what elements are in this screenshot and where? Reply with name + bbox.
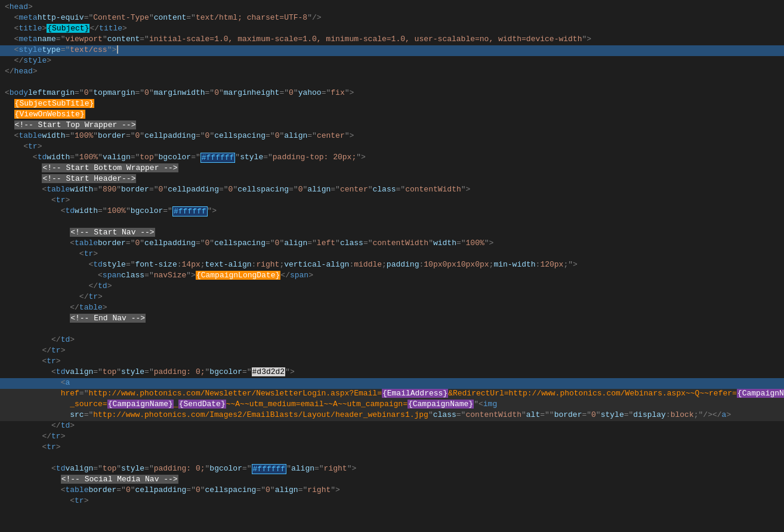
code-line[interactable]: {ViewOnWebsite}	[0, 110, 784, 120]
code-line[interactable]: <meta name="viewport" content="initial-s…	[0, 35, 784, 45]
template-var: {Subject}	[47, 24, 89, 33]
code-line[interactable]: <td width="100%" bgcolor="#ffffff">	[0, 206, 784, 217]
code-line[interactable]: <head>	[0, 2, 784, 13]
code-line-source[interactable]: _source={CampaignName}_{SendDate}~~A~~ut…	[0, 400, 784, 410]
indent	[5, 131, 14, 140]
code-line[interactable]: <td width="100%" valign="top" bgcolor="#…	[0, 153, 784, 163]
indent	[5, 335, 51, 344]
code-line[interactable]: </table>	[0, 303, 784, 314]
indent	[5, 314, 70, 323]
indent	[5, 99, 14, 108]
indent	[5, 271, 98, 280]
indent	[5, 13, 14, 22]
indent	[5, 185, 42, 194]
code-line[interactable]: </tr>	[0, 292, 784, 303]
code-line[interactable]: <body leftmargin="0" topmargin="0" margi…	[0, 88, 784, 99]
template-var-campaign-name3: {CampaignName}	[408, 400, 474, 409]
code-line-blank[interactable]	[0, 78, 784, 88]
code-line[interactable]: <!-- Start Header-->	[0, 174, 784, 185]
indent	[5, 174, 42, 183]
indent	[5, 142, 23, 151]
indent	[5, 153, 33, 162]
code-line-img[interactable]: src="http://www.photonics.com/Images2/Em…	[0, 410, 784, 421]
code-line-href[interactable]: href="http://www.photonics.com/Newslette…	[0, 389, 784, 400]
indent	[5, 56, 14, 65]
code-line[interactable]: </tr>	[0, 432, 784, 443]
code-line-end-nav[interactable]: <!-- End Nav -->	[0, 314, 784, 324]
indent	[5, 260, 88, 269]
template-var-send-date: {SendDate}	[178, 400, 226, 409]
color-ffffff3: #ffffff	[252, 464, 287, 474]
code-line[interactable]: <table width="890" border="0" cellpaddin…	[0, 185, 784, 196]
code-line[interactable]: <td valign="top" style="padding: 0;" bgc…	[0, 367, 784, 378]
code-line[interactable]: </td>	[0, 282, 784, 292]
indent	[5, 475, 61, 484]
color-d3d2d2: #d3d2d2	[252, 367, 286, 376]
indent	[5, 110, 14, 119]
indent	[5, 163, 42, 172]
indent	[5, 400, 70, 409]
cursor	[117, 45, 118, 54]
indent	[5, 443, 42, 451]
indent	[5, 367, 51, 376]
indent	[5, 303, 70, 312]
code-line[interactable]: <span class="navSize">{CampaignLongDate}…	[0, 271, 784, 282]
code-line[interactable]: <table border="0" cellpadding="0" cellsp…	[0, 239, 784, 249]
template-var-subject-subtitle: {SubjectSubTitle}	[14, 99, 95, 108]
code-line[interactable]: </head>	[0, 67, 784, 78]
code-line[interactable]: <td style="font-size: 14px; text-align: …	[0, 260, 784, 271]
code-line[interactable]: <tr>	[0, 196, 784, 206]
code-line[interactable]: </style>	[0, 56, 784, 67]
code-line-blank[interactable]	[0, 217, 784, 228]
code-line[interactable]: <table border="0" cellpadding="0" cellsp…	[0, 485, 784, 496]
color-value-ffffff2: #ffffff	[172, 206, 208, 216]
comment: <!-- Start Top Wrapper -->	[14, 120, 137, 129]
code-line[interactable]: <table width="100%" border="0" cellpaddi…	[0, 131, 784, 142]
code-line[interactable]: <tr>	[0, 142, 784, 153]
indent	[5, 485, 61, 494]
code-editor: <head> <meta http-equiv="Content-Type" c…	[0, 0, 784, 532]
code-line[interactable]: <title>{Subject}</title>	[0, 24, 784, 35]
code-line[interactable]: <tr>	[0, 357, 784, 367]
indent	[5, 24, 14, 33]
code-line[interactable]: <!-- Start Bottom Wrapper -->	[0, 163, 784, 174]
punct: <	[5, 2, 10, 11]
indent	[5, 239, 70, 248]
indent	[5, 120, 14, 129]
code-line[interactable]: <td valign="top" style="padding: 0;" bgc…	[0, 464, 784, 475]
indent	[5, 249, 79, 258]
code-line[interactable]: <tr>	[0, 496, 784, 507]
comment-end-nav: <!-- End Nav -->	[70, 314, 146, 323]
code-line[interactable]: <!-- Social Media Nav -->	[0, 475, 784, 485]
code-line[interactable]: <tr>	[0, 443, 784, 453]
code-line[interactable]: </tr>	[0, 346, 784, 357]
img-src-url: http://www.photonics.com/Images2/EmailBl…	[93, 410, 428, 419]
code-line[interactable]: <tr>	[0, 249, 784, 260]
code-line[interactable]: </td>	[0, 335, 784, 346]
code-line[interactable]: {SubjectSubTitle}	[0, 99, 784, 110]
indent	[5, 389, 61, 398]
code-line-blank[interactable]	[0, 453, 784, 464]
link-url: http://www.photonics.com/Newsletter/News…	[88, 389, 381, 398]
indent	[5, 292, 79, 301]
indent	[5, 228, 70, 237]
indent	[5, 282, 88, 290]
code-line[interactable]: <!-- Start Top Wrapper -->	[0, 120, 784, 131]
tag: head	[10, 2, 28, 11]
code-line[interactable]: <!-- Start Nav -->	[0, 228, 784, 239]
indent	[5, 421, 51, 430]
indent	[5, 45, 14, 54]
indent	[5, 378, 61, 387]
code-line[interactable]: </td>	[0, 421, 784, 432]
template-var-campaign-name2: {CampaignName}	[107, 400, 174, 409]
code-line-blank[interactable]	[0, 324, 784, 335]
code-line[interactable]: <meta http-equiv="Content-Type" content=…	[0, 13, 784, 24]
indent	[5, 410, 70, 419]
indent	[5, 35, 14, 44]
code-line-link-open[interactable]: <a	[0, 378, 784, 389]
color-value-ffffff: #ffffff	[200, 153, 236, 163]
punct: >	[28, 2, 33, 11]
indent	[5, 357, 42, 366]
indent	[5, 464, 51, 473]
code-line-selected[interactable]: <style type="text/css" >	[0, 45, 784, 56]
